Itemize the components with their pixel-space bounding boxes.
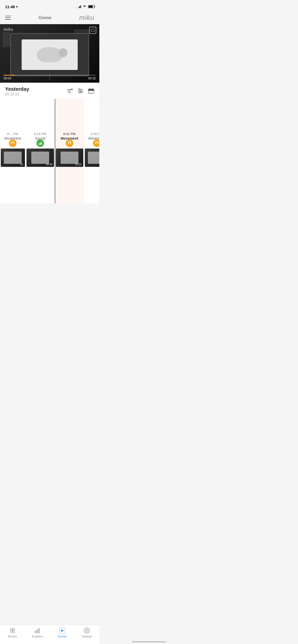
svg-point-28 xyxy=(97,141,98,143)
activity-item-selected[interactable]: 8:41 PM Movement 00:31 xyxy=(55,99,84,203)
activity-item[interactable]: 8:16 PM Sound 00:49 xyxy=(25,99,55,203)
activity-time: 8:16 PM xyxy=(34,132,46,136)
movement-badge xyxy=(93,139,99,147)
svg-rect-20 xyxy=(39,143,39,145)
video-feed[interactable]: miku 00:03 00:32 xyxy=(0,24,99,83)
app-header: Goose miku xyxy=(0,11,99,24)
status-bar: 11:48 ➤ xyxy=(0,0,99,11)
svg-rect-21 xyxy=(40,143,40,145)
signal-icon xyxy=(76,5,81,8)
svg-point-24 xyxy=(70,141,71,143)
brand-logo: miku xyxy=(79,14,94,22)
camera-view xyxy=(0,24,99,83)
video-time-total: 00:32 xyxy=(88,77,96,80)
menu-button[interactable] xyxy=(5,16,11,20)
status-time: 11:48 xyxy=(5,5,15,9)
clip-duration: 00:31 xyxy=(75,163,82,166)
sliders-button[interactable] xyxy=(77,88,84,94)
activity-item[interactable]: 8:48 PM Movement 01:19 xyxy=(84,99,99,203)
clip-duration: :41 xyxy=(20,163,23,166)
activity-time: 8:41 PM xyxy=(61,132,78,136)
calendar-button[interactable] xyxy=(88,88,94,95)
activity-item[interactable]: 8:…PM Movement :41 xyxy=(0,99,25,203)
status-icons xyxy=(76,4,94,9)
date-header: Yesterday 05.23.22 xyxy=(0,83,99,99)
filter-controls xyxy=(67,88,94,95)
wifi-icon xyxy=(83,4,87,9)
activity-time: 8:…PM xyxy=(4,132,21,136)
svg-point-16 xyxy=(11,141,13,143)
activity-thumbnail[interactable]: 00:49 xyxy=(26,149,54,167)
svg-point-27 xyxy=(96,141,97,143)
activity-time: 8:48 PM xyxy=(88,132,99,136)
video-progress[interactable] xyxy=(4,75,96,76)
movement-badge xyxy=(66,139,73,147)
filter-button[interactable] xyxy=(67,88,73,94)
activity-thumbnail[interactable]: :41 xyxy=(1,149,25,167)
activity-thumbnail[interactable]: 01:19 xyxy=(85,149,100,167)
sound-badge xyxy=(36,139,44,147)
svg-point-7 xyxy=(81,90,82,92)
clip-duration: 00:49 xyxy=(46,163,52,166)
svg-rect-11 xyxy=(88,89,94,91)
svg-rect-22 xyxy=(41,142,42,145)
fullscreen-button[interactable] xyxy=(89,27,96,34)
video-brand-overlay: miku xyxy=(4,27,13,32)
camera-name: Goose xyxy=(39,15,51,20)
timeline-scroll[interactable]: 8:…PM Movement :41 xyxy=(0,99,99,203)
date-title: Yesterday xyxy=(5,86,29,92)
svg-point-17 xyxy=(13,141,14,143)
video-time-current: 00:03 xyxy=(4,77,11,80)
movement-badge xyxy=(9,139,17,147)
activity-timeline: 8:…PM Movement :41 xyxy=(0,99,99,203)
svg-point-9 xyxy=(79,92,81,93)
svg-point-23 xyxy=(68,141,69,143)
activity-thumbnail[interactable]: 00:31 xyxy=(56,149,83,167)
date-subtitle: 05.23.22 xyxy=(5,92,29,96)
location-icon: ➤ xyxy=(16,5,18,8)
svg-point-5 xyxy=(79,89,80,90)
battery-icon xyxy=(88,5,94,8)
